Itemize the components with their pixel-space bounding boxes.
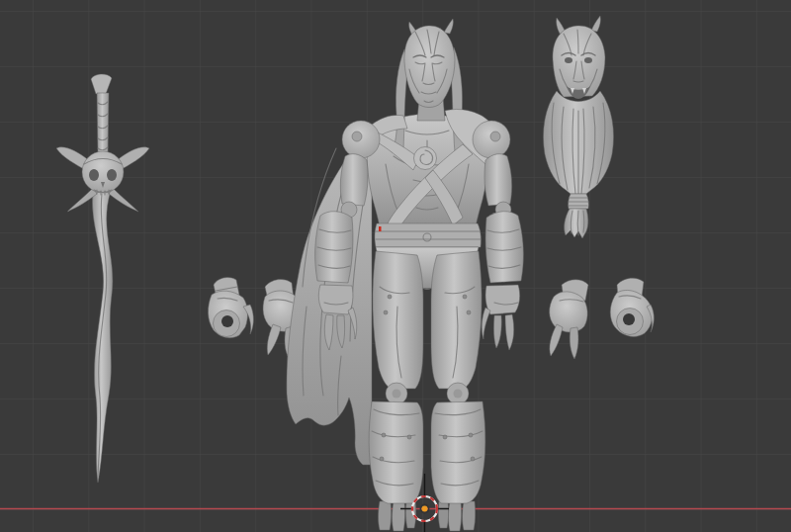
- greave-rivet[interactable]: [469, 433, 473, 437]
- hand-right[interactable]: [485, 285, 520, 314]
- bicep-left[interactable]: [340, 154, 368, 206]
- forearm-bracer-right[interactable]: [485, 212, 523, 283]
- figure-belt[interactable]: [375, 223, 481, 247]
- skull-eye-right[interactable]: [107, 169, 117, 181]
- figure-thigh-left[interactable]: [373, 251, 423, 389]
- toe[interactable]: [463, 501, 476, 530]
- hand-left[interactable]: [318, 285, 353, 314]
- shoulder-pin-left[interactable]: [352, 132, 362, 141]
- hand-grip-hole[interactable]: [623, 313, 635, 325]
- figure-greave-right[interactable]: [431, 401, 485, 503]
- greave-rivet[interactable]: [471, 457, 475, 461]
- thigh-rivet[interactable]: [384, 310, 388, 314]
- hand-palm[interactable]: [550, 292, 588, 332]
- head-face[interactable]: [553, 26, 605, 97]
- head-eye-left[interactable]: [565, 57, 572, 63]
- toe[interactable]: [393, 501, 405, 531]
- shoulder-pin-right[interactable]: [490, 132, 500, 141]
- thigh-rivet[interactable]: [463, 295, 467, 299]
- greave-rivet[interactable]: [443, 435, 447, 439]
- knee-pin-left[interactable]: [393, 390, 401, 399]
- thigh-rivet[interactable]: [467, 310, 471, 314]
- greave-rivet[interactable]: [380, 457, 384, 461]
- toe[interactable]: [438, 501, 448, 528]
- head-eye-right[interactable]: [584, 57, 592, 63]
- figure-greave-left[interactable]: [369, 401, 423, 503]
- knee-pin-right[interactable]: [454, 390, 463, 399]
- forearm-bracer-left[interactable]: [315, 212, 353, 283]
- greave-rivet[interactable]: [407, 435, 411, 439]
- 3d-viewport[interactable]: [0, 0, 791, 532]
- thigh-rivet[interactable]: [388, 295, 392, 299]
- skull-eye-left[interactable]: [89, 169, 99, 181]
- origin-dot[interactable]: [422, 506, 428, 512]
- bicep-right[interactable]: [484, 154, 512, 206]
- toe[interactable]: [449, 501, 462, 531]
- toe[interactable]: [379, 501, 392, 530]
- figure-thigh-right[interactable]: [431, 251, 482, 389]
- greave-rivet[interactable]: [382, 433, 386, 437]
- hand-grip-hole[interactable]: [221, 315, 233, 327]
- selection-marker: [379, 226, 382, 231]
